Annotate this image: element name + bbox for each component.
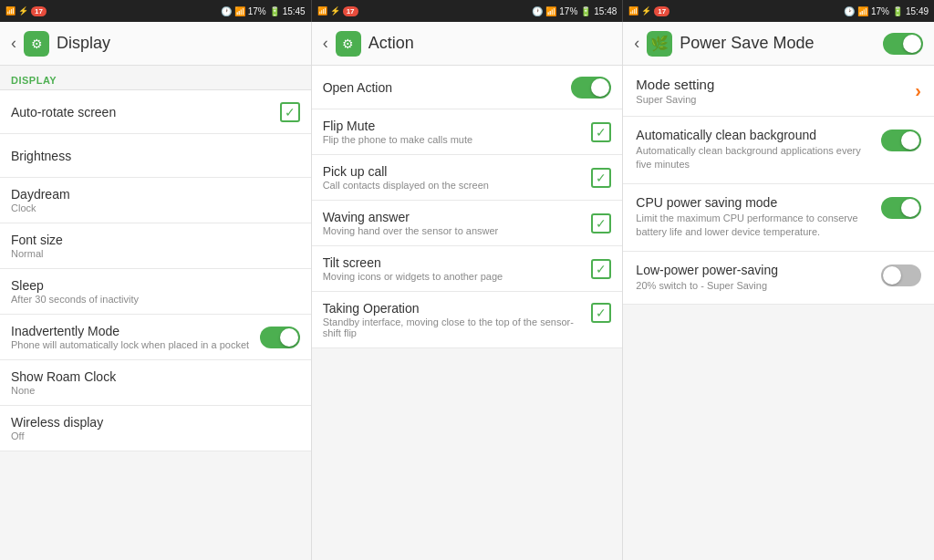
auto-clean-subtitle: Automatically clean background applicati…	[636, 144, 874, 172]
display-header-icon: ⚙	[24, 31, 49, 57]
taking-operation-item[interactable]: Taking Operation Standby interface, movi…	[312, 292, 623, 348]
cpu-powersave-toggle[interactable]	[881, 197, 921, 219]
inadvertently-toggle[interactable]	[260, 327, 300, 348]
flip-mute-text: Flip Mute Flip the phone to make calls m…	[323, 119, 592, 145]
sleep-subtitle: After 30 seconds of inactivity	[11, 294, 300, 305]
clock-icon-3: 🕑	[844, 6, 855, 16]
font-size-text: Font size Normal	[11, 233, 300, 259]
tilt-screen-item[interactable]: Tilt screen Moving icons or widgets to a…	[312, 246, 623, 292]
tilt-screen-checkbox[interactable]: ✓	[591, 259, 611, 279]
inadvertently-text: Inadvertently Mode Phone will automatica…	[11, 324, 260, 350]
settings-icon-display: ⚙	[31, 36, 43, 51]
signal-icon-3: 📶	[857, 6, 868, 16]
display-header: ‹ ⚙ Display	[0, 22, 311, 66]
mode-setting-text: Mode setting Super Saving	[636, 77, 714, 105]
sleep-text: Sleep After 30 seconds of inactivity	[11, 278, 300, 305]
flip-mute-title: Flip Mute	[323, 119, 592, 133]
pickup-call-item[interactable]: Pick up call Call contacts displayed on …	[312, 155, 623, 201]
settings-icon-action: ⚙	[342, 36, 354, 51]
sleep-title: Sleep	[11, 278, 300, 293]
flip-mute-checkbox[interactable]: ✓	[591, 122, 611, 142]
wireless-display-item[interactable]: Wireless display Off	[0, 406, 311, 451]
open-action-title: Open Action	[323, 80, 572, 95]
notification-badge-1: 17	[31, 6, 47, 16]
daydream-title: Daydream	[11, 187, 300, 202]
wireless-display-text: Wireless display Off	[11, 415, 300, 441]
action-settings-list: Open Action Flip Mute Flip the phone to …	[312, 66, 623, 560]
open-action-toggle[interactable]	[571, 77, 611, 99]
brightness-title: Brightness	[11, 149, 300, 163]
open-action-text: Open Action	[323, 80, 572, 95]
signal-icon-1: 📶	[234, 6, 245, 16]
checkmark-icon-pickup: ✓	[596, 171, 607, 185]
auto-clean-text: Automatically clean background Automatic…	[636, 128, 874, 172]
auto-rotate-item[interactable]: Auto-rotate screen ✓	[0, 90, 311, 134]
auto-clean-item[interactable]: Automatically clean background Automatic…	[623, 117, 934, 184]
battery-icon-2: 🔋	[580, 6, 591, 16]
wireless-display-title: Wireless display	[11, 415, 300, 430]
wifi-icon-3: 📶	[628, 6, 638, 16]
checkmark-icon-flip: ✓	[596, 125, 607, 140]
checkmark-icon-tilt: ✓	[596, 262, 607, 276]
auto-rotate-text: Auto-rotate screen	[11, 105, 280, 119]
daydream-subtitle: Clock	[11, 202, 300, 213]
usb-icon-2: ⚡	[330, 6, 340, 16]
inadvertently-right	[260, 327, 300, 348]
wifi-icon-1: 📶	[5, 6, 16, 16]
powersave-header-icon: 🌿	[647, 31, 672, 57]
font-size-subtitle: Normal	[11, 248, 300, 259]
auto-rotate-checkbox[interactable]: ✓	[280, 102, 300, 122]
battery-pct-2: 17%	[559, 6, 577, 16]
daydream-text: Daydream Clock	[11, 187, 300, 213]
taking-operation-text: Taking Operation Standby interface, movi…	[323, 301, 592, 338]
powersave-main-toggle[interactable]	[883, 33, 923, 55]
mode-setting-title: Mode setting	[636, 77, 714, 92]
battery-icon-3: 🔋	[892, 6, 903, 16]
status-right-1: 🕐 📶 17% 🔋 15:45	[221, 6, 306, 16]
pickup-call-right: ✓	[591, 168, 611, 188]
daydream-item[interactable]: Daydream Clock	[0, 178, 311, 223]
mode-setting-item[interactable]: Mode setting Super Saving ›	[623, 66, 934, 117]
status-left-3: 📶 ⚡ 17	[628, 6, 669, 16]
waving-answer-subtitle: Moving hand over the sensor to answer	[323, 225, 592, 236]
auto-rotate-title: Auto-rotate screen	[11, 105, 280, 119]
waving-answer-item[interactable]: Waving answer Moving hand over the senso…	[312, 201, 623, 246]
display-settings-list: DISPLAY Auto-rotate screen ✓ Brightness	[0, 66, 311, 560]
font-size-item[interactable]: Font size Normal	[0, 223, 311, 269]
pickup-call-checkbox[interactable]: ✓	[591, 168, 611, 188]
low-power-toggle[interactable]	[881, 264, 921, 286]
waving-answer-checkbox[interactable]: ✓	[591, 213, 611, 233]
back-button-action[interactable]: ‹	[323, 34, 328, 53]
wifi-icon-2: 📶	[317, 6, 327, 16]
action-header: ‹ ⚙ Action	[312, 22, 623, 66]
status-bar-1: 📶 ⚡ 17 🕐 📶 17% 🔋 15:45	[0, 0, 312, 22]
font-size-title: Font size	[11, 233, 300, 247]
chevron-right-icon: ›	[915, 80, 921, 101]
display-title: Display	[57, 34, 300, 53]
action-title: Action	[368, 34, 612, 53]
leaf-icon: 🌿	[650, 35, 669, 52]
taking-operation-right: ✓	[591, 301, 611, 323]
back-button-powersave[interactable]: ‹	[634, 34, 639, 53]
low-power-item[interactable]: Low-power power-saving 20% switch to - S…	[623, 252, 934, 305]
taking-operation-checkbox[interactable]: ✓	[591, 303, 611, 323]
back-button-display[interactable]: ‹	[11, 34, 16, 53]
mode-setting-subtitle: Super Saving	[636, 94, 714, 105]
brightness-item[interactable]: Brightness	[0, 134, 311, 178]
waving-answer-text: Waving answer Moving hand over the senso…	[323, 210, 592, 236]
action-header-icon: ⚙	[336, 31, 361, 57]
pickup-call-text: Pick up call Call contacts displayed on …	[323, 164, 592, 191]
open-action-item[interactable]: Open Action	[312, 66, 623, 109]
checkmark-icon-taking: ✓	[596, 306, 607, 320]
taking-operation-title: Taking Operation	[323, 301, 592, 316]
roam-clock-item[interactable]: Show Roam Clock None	[0, 360, 311, 406]
auto-clean-toggle[interactable]	[881, 130, 921, 151]
status-bars: 📶 ⚡ 17 🕐 📶 17% 🔋 15:45 📶 ⚡ 17 🕐 📶 17% 🔋 …	[0, 0, 934, 22]
inadvertently-item[interactable]: Inadvertently Mode Phone will automatica…	[0, 315, 311, 360]
powersave-header: ‹ 🌿 Power Save Mode	[623, 22, 934, 66]
cpu-powersave-item[interactable]: CPU power saving mode Limit the maximum …	[623, 184, 934, 252]
flip-mute-item[interactable]: Flip Mute Flip the phone to make calls m…	[312, 109, 623, 155]
low-power-title: Low-power power-saving	[636, 263, 874, 277]
sleep-item[interactable]: Sleep After 30 seconds of inactivity	[0, 269, 311, 315]
notification-badge-3: 17	[654, 6, 669, 16]
